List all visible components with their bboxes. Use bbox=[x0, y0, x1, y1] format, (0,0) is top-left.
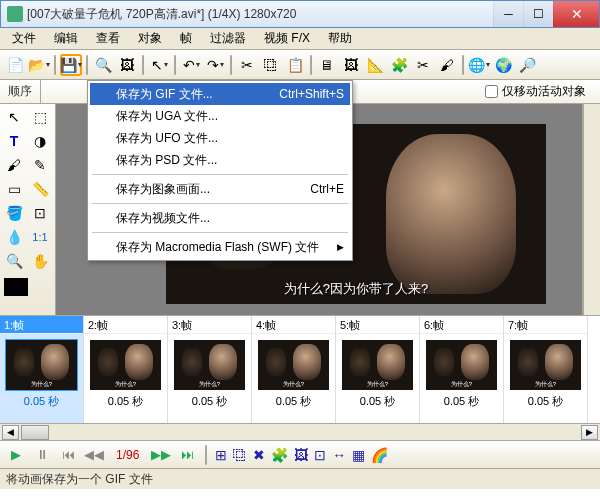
frame-tool-b[interactable]: 🖼 bbox=[294, 447, 308, 463]
app-icon bbox=[7, 6, 23, 22]
menu-item-label: 保存为 PSD 文件... bbox=[116, 152, 217, 169]
menu-save-gif[interactable]: 保存为 GIF 文件... Ctrl+Shift+S bbox=[90, 83, 350, 105]
foreground-color-swatch[interactable] bbox=[4, 278, 28, 296]
select-tool[interactable]: ⬚ bbox=[28, 106, 52, 128]
text-tool[interactable]: T bbox=[2, 130, 26, 152]
menu-object[interactable]: 对象 bbox=[130, 28, 170, 49]
save-dropdown-menu: 保存为 GIF 文件... Ctrl+Shift+S 保存为 UGA 文件...… bbox=[87, 80, 353, 261]
arrow-tool-button[interactable]: ↖▾ bbox=[148, 54, 170, 76]
close-button[interactable]: ✕ bbox=[553, 1, 599, 27]
status-text: 将动画保存为一个 GIF 文件 bbox=[6, 471, 153, 488]
menu-save-uga[interactable]: 保存为 UGA 文件... bbox=[90, 105, 350, 127]
find-button[interactable]: 🔎 bbox=[516, 54, 538, 76]
vertical-scrollbar[interactable] bbox=[583, 104, 600, 315]
add-frame-button[interactable]: ⊞ bbox=[215, 447, 227, 463]
frame-hscrollbar[interactable]: ◀ ▶ bbox=[0, 423, 600, 440]
hand-tool[interactable]: ✋ bbox=[28, 250, 52, 272]
paste-button[interactable]: 📋 bbox=[284, 54, 306, 76]
zoom-tool[interactable]: 🔍 bbox=[2, 250, 26, 272]
web-button[interactable]: 🌐▾ bbox=[468, 54, 490, 76]
undo-button[interactable]: ↶▾ bbox=[180, 54, 202, 76]
frame-3[interactable]: 3:帧 为什么? 0.05 秒 bbox=[168, 316, 252, 423]
duplicate-frame-button[interactable]: ⿻ bbox=[233, 447, 247, 463]
play-button[interactable]: ▶ bbox=[6, 447, 26, 462]
first-frame-button[interactable]: ⏮ bbox=[58, 447, 78, 462]
scroll-right-button[interactable]: ▶ bbox=[581, 425, 598, 440]
zoom-11-tool[interactable]: 1:1 bbox=[28, 226, 52, 248]
scroll-left-button[interactable]: ◀ bbox=[2, 425, 19, 440]
menu-item-label: 保存为 GIF 文件... bbox=[116, 86, 213, 103]
window-titlebar: [007大破量子危机 720P高清.avi*] (1/4X) 1280x720 … bbox=[0, 0, 600, 28]
menu-help[interactable]: 帮助 bbox=[320, 28, 360, 49]
open-button[interactable]: 📂▾ bbox=[28, 54, 50, 76]
pause-button[interactable]: ⏸ bbox=[32, 447, 52, 462]
menu-save-swf[interactable]: 保存为 Macromedia Flash (SWF) 文件 ▶ bbox=[90, 236, 350, 258]
browser-button[interactable]: 🌍 bbox=[492, 54, 514, 76]
frame-duration: 0.05 秒 bbox=[0, 392, 83, 411]
frame-6[interactable]: 6:帧 为什么? 0.05 秒 bbox=[420, 316, 504, 423]
crop-tool[interactable]: ⊡ bbox=[28, 202, 52, 224]
menu-view[interactable]: 查看 bbox=[88, 28, 128, 49]
tool-b[interactable]: 🖼 bbox=[340, 54, 362, 76]
menu-save-video[interactable]: 保存为视频文件... bbox=[90, 207, 350, 229]
frame-tool-a[interactable]: 🧩 bbox=[271, 447, 288, 463]
frame-header: 3:帧 bbox=[168, 316, 251, 334]
frame-header: 2:帧 bbox=[84, 316, 167, 334]
optimize-button[interactable]: 🖼 bbox=[116, 54, 138, 76]
eyedropper-tool[interactable]: 💧 bbox=[2, 226, 26, 248]
main-toolbar: 📄 📂▾ 💾▾ 🔍 🖼 ↖▾ ↶▾ ↷▾ ✂ ⿻ 📋 🖥 🖼 📐 🧩 ✂ 🖌 🌐… bbox=[0, 50, 600, 80]
cut-button[interactable]: ✂ bbox=[236, 54, 258, 76]
separator bbox=[230, 55, 232, 75]
frame-resize-button[interactable]: ↔ bbox=[332, 447, 346, 463]
frame-thumbnail: 为什么? bbox=[342, 340, 413, 390]
menu-save-image[interactable]: 保存为图象画面... Ctrl+E bbox=[90, 178, 350, 200]
frame-duration: 0.05 秒 bbox=[252, 392, 335, 411]
frame-tool-d[interactable]: ▦ bbox=[352, 447, 365, 463]
move-active-only-checkbox[interactable] bbox=[485, 85, 498, 98]
menu-edit[interactable]: 编辑 bbox=[46, 28, 86, 49]
menu-frame[interactable]: 帧 bbox=[172, 28, 200, 49]
pointer-tool[interactable]: ↖ bbox=[2, 106, 26, 128]
scroll-thumb[interactable] bbox=[21, 425, 49, 440]
frame-7[interactable]: 7:帧 为什么? 0.05 秒 bbox=[504, 316, 588, 423]
last-frame-button[interactable]: ⏭ bbox=[177, 447, 197, 462]
delete-frame-button[interactable]: ✖ bbox=[253, 447, 265, 463]
tool-f[interactable]: 🖌 bbox=[436, 54, 458, 76]
tool-c[interactable]: 📐 bbox=[364, 54, 386, 76]
prev-frame-button[interactable]: ◀◀ bbox=[84, 447, 104, 462]
separator bbox=[142, 55, 144, 75]
redo-button[interactable]: ↷▾ bbox=[204, 54, 226, 76]
tool-d[interactable]: 🧩 bbox=[388, 54, 410, 76]
brush-tool[interactable]: 🖌 bbox=[2, 154, 26, 176]
new-button[interactable]: 📄 bbox=[4, 54, 26, 76]
bucket-tool[interactable]: 🪣 bbox=[2, 202, 26, 224]
pencil-tool[interactable]: ✎ bbox=[28, 154, 52, 176]
minimize-button[interactable]: ─ bbox=[493, 1, 523, 27]
menu-filter[interactable]: 过滤器 bbox=[202, 28, 254, 49]
tool-e[interactable]: ✂ bbox=[412, 54, 434, 76]
menu-save-ufo[interactable]: 保存为 UFO 文件... bbox=[90, 127, 350, 149]
menu-save-psd[interactable]: 保存为 PSD 文件... bbox=[90, 149, 350, 171]
frame-2[interactable]: 2:帧 为什么? 0.05 秒 bbox=[84, 316, 168, 423]
ruler-tool[interactable]: 📏 bbox=[28, 178, 52, 200]
frame-tool-e[interactable]: 🌈 bbox=[371, 447, 388, 463]
menu-item-label: 保存为 Macromedia Flash (SWF) 文件 bbox=[116, 239, 319, 256]
copy-button[interactable]: ⿻ bbox=[260, 54, 282, 76]
tool-a[interactable]: 🖥 bbox=[316, 54, 338, 76]
preview-button[interactable]: 🔍 bbox=[92, 54, 114, 76]
menu-videofx[interactable]: 视频 F/X bbox=[256, 28, 318, 49]
eraser-tool[interactable]: ▭ bbox=[2, 178, 26, 200]
frame-1[interactable]: 1:帧 为什么? 0.05 秒 bbox=[0, 316, 84, 423]
menu-item-label: 保存为 UFO 文件... bbox=[116, 130, 218, 147]
frame-tool-c[interactable]: ⊡ bbox=[314, 447, 326, 463]
save-dropdown-button[interactable]: 💾▾ bbox=[60, 54, 82, 76]
maximize-button[interactable]: ☐ bbox=[523, 1, 553, 27]
frame-header: 7:帧 bbox=[504, 316, 587, 334]
next-frame-button[interactable]: ▶▶ bbox=[151, 447, 171, 462]
shape-tool[interactable]: ◑ bbox=[28, 130, 52, 152]
frame-4[interactable]: 4:帧 为什么? 0.05 秒 bbox=[252, 316, 336, 423]
separator bbox=[205, 445, 207, 465]
menu-file[interactable]: 文件 bbox=[4, 28, 44, 49]
menubar: 文件 编辑 查看 对象 帧 过滤器 视频 F/X 帮助 bbox=[0, 28, 600, 50]
frame-5[interactable]: 5:帧 为什么? 0.05 秒 bbox=[336, 316, 420, 423]
